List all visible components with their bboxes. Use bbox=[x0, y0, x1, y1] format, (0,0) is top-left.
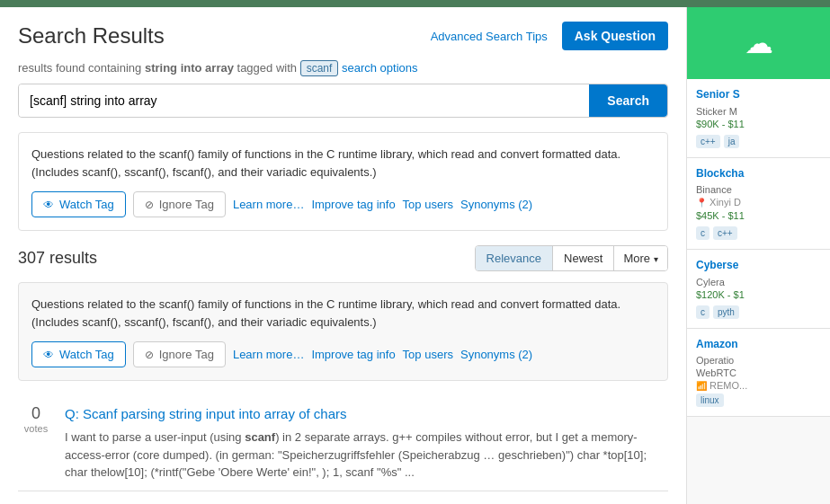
sidebar-job-2[interactable]: Blockcha Binance Xinyi D $45K - $11 c c+… bbox=[687, 158, 830, 251]
results-count: 307 results bbox=[18, 249, 97, 268]
wifi-icon bbox=[696, 380, 707, 391]
question-title-link[interactable]: Q: Scanf parsing string input into array… bbox=[65, 406, 346, 421]
tag-pill[interactable]: ja bbox=[724, 135, 740, 148]
search-desc-query: string into array bbox=[145, 61, 234, 75]
cloud-icon: ☁ bbox=[745, 26, 773, 60]
watch-tag-button[interactable]: Watch Tag bbox=[31, 191, 126, 217]
tag-result-actions: Watch Tag Ignore Tag Learn more… Improve… bbox=[31, 341, 655, 367]
ignore-tag-label-2: Ignore Tag bbox=[159, 348, 214, 361]
main-content: Search Results Advanced Search Tips Ask … bbox=[0, 7, 686, 504]
page-title: Search Results bbox=[18, 23, 165, 49]
sort-relevance-button[interactable]: Relevance bbox=[476, 246, 553, 270]
synonyms-link-2[interactable]: Synonyms (2) bbox=[460, 348, 532, 361]
sidebar-job-1[interactable]: Senior S Sticker M $90K - $11 c++ ja bbox=[687, 79, 830, 158]
advanced-search-link[interactable]: Advanced Search Tips bbox=[431, 30, 548, 43]
question-excerpt: I want to parse a user-input (using scan… bbox=[65, 429, 668, 482]
job-subtitle-4: Operatio bbox=[696, 355, 821, 366]
watch-tag-label: Watch Tag bbox=[59, 198, 114, 211]
job-company-2: Binance bbox=[696, 184, 821, 195]
eye-icon bbox=[43, 198, 54, 211]
header-links: Advanced Search Tips Ask Question bbox=[431, 22, 668, 50]
tag-pill[interactable]: c bbox=[696, 305, 710, 319]
vote-box: 0 votes bbox=[18, 404, 54, 482]
tag-pill[interactable]: linux bbox=[696, 393, 724, 407]
top-users-link-2[interactable]: Top users bbox=[403, 348, 453, 361]
more-label: More bbox=[623, 252, 650, 265]
job-title-3: Cyberse bbox=[696, 259, 821, 273]
top-bar bbox=[0, 0, 830, 7]
tag-actions: Watch Tag Ignore Tag Learn more… Improve… bbox=[31, 191, 655, 217]
location-pin-icon bbox=[696, 197, 707, 208]
job-company-4: WebRTC bbox=[696, 367, 821, 378]
learn-more-link[interactable]: Learn more… bbox=[233, 198, 304, 211]
search-description: results found containing string into arr… bbox=[18, 61, 668, 75]
job-title-1: Senior S bbox=[696, 88, 821, 102]
top-users-link[interactable]: Top users bbox=[403, 198, 453, 211]
job-tags-3: c pyth bbox=[696, 305, 821, 319]
sort-buttons: Relevance Newest More bbox=[475, 245, 668, 271]
question-body: Q: Scanf parsing string input into array… bbox=[65, 404, 668, 482]
job-tags-4: linux bbox=[696, 393, 821, 407]
scanf-highlight: scanf bbox=[245, 430, 275, 444]
job-salary-2: $45K - $11 bbox=[696, 210, 821, 221]
job-company-3: Cylera bbox=[696, 277, 821, 287]
job-tags-1: c++ ja bbox=[696, 135, 821, 148]
tag-pill[interactable]: pyth bbox=[713, 305, 739, 319]
tag-info-box: Questions related to the scanf() family … bbox=[18, 132, 668, 231]
ignore-tag-label: Ignore Tag bbox=[159, 198, 214, 211]
tag-result-box: Questions related to the scanf() family … bbox=[18, 282, 668, 381]
vote-label: votes bbox=[18, 423, 54, 434]
search-desc-prefix: results found containing bbox=[18, 61, 141, 75]
vote-count: 0 bbox=[18, 404, 54, 423]
job-title-4: Amazon bbox=[696, 338, 821, 352]
learn-more-link-2[interactable]: Learn more… bbox=[233, 348, 304, 361]
job-remote-4: REMO... bbox=[696, 380, 821, 391]
improve-tag-link-2[interactable]: Improve tag info bbox=[311, 348, 395, 361]
ask-question-button[interactable]: Ask Question bbox=[562, 22, 668, 50]
job-location-2: Xinyi D bbox=[696, 197, 821, 208]
watch-tag-button-2[interactable]: Watch Tag bbox=[31, 341, 126, 367]
job-salary-3: $120K - $1 bbox=[696, 289, 821, 300]
job-company-1: Sticker M bbox=[696, 106, 821, 117]
ban-icon bbox=[145, 198, 154, 211]
tag-result-text: Questions related to the scanf() family … bbox=[31, 296, 655, 331]
sidebar-job-4[interactable]: Amazon Operatio WebRTC REMO... linux bbox=[687, 329, 830, 418]
ignore-tag-button[interactable]: Ignore Tag bbox=[133, 191, 226, 217]
search-button[interactable]: Search bbox=[589, 84, 667, 117]
search-bar-container: Search bbox=[18, 84, 668, 118]
tag-pill[interactable]: c bbox=[696, 226, 710, 240]
improve-tag-link[interactable]: Improve tag info bbox=[311, 198, 395, 211]
question-item: 0 votes Q: Scanf parsing string input in… bbox=[18, 395, 668, 491]
sidebar-job-3[interactable]: Cyberse Cylera $120K - $1 c pyth bbox=[687, 250, 830, 329]
job-tags-2: c c++ bbox=[696, 226, 821, 240]
chevron-down-icon bbox=[654, 252, 658, 265]
ignore-tag-button-2[interactable]: Ignore Tag bbox=[133, 341, 226, 367]
eye-icon-2 bbox=[43, 348, 54, 361]
tag-info-text: Questions related to the scanf() family … bbox=[31, 146, 655, 181]
search-options-link[interactable]: search options bbox=[342, 61, 418, 75]
job-title-2: Blockcha bbox=[696, 167, 821, 181]
tag-badge[interactable]: scanf bbox=[300, 60, 339, 76]
sidebar-banner: ☁ bbox=[687, 7, 830, 79]
right-sidebar: ☁ Senior S Sticker M $90K - $11 c++ ja B… bbox=[686, 7, 830, 504]
job-salary-1: $90K - $11 bbox=[696, 119, 821, 129]
page-header: Search Results Advanced Search Tips Ask … bbox=[18, 22, 668, 50]
results-header: 307 results Relevance Newest More bbox=[18, 245, 668, 271]
search-input[interactable] bbox=[19, 84, 589, 117]
job-location-text-2: Xinyi D bbox=[710, 197, 741, 208]
sort-more-button[interactable]: More bbox=[614, 246, 667, 270]
synonyms-link[interactable]: Synonyms (2) bbox=[460, 198, 532, 211]
tag-pill[interactable]: c++ bbox=[696, 135, 720, 148]
tag-pill[interactable]: c++ bbox=[713, 226, 737, 240]
sort-newest-button[interactable]: Newest bbox=[553, 246, 614, 270]
ban-icon-2 bbox=[145, 348, 154, 361]
watch-tag-label-2: Watch Tag bbox=[59, 348, 114, 361]
page-layout: Search Results Advanced Search Tips Ask … bbox=[0, 7, 830, 504]
